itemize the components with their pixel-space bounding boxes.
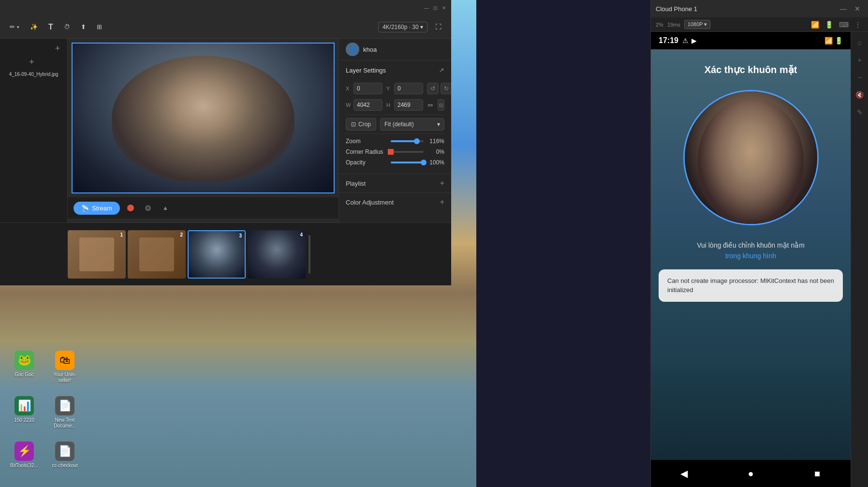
nav-recent-button[interactable]: ■ [805,461,829,486]
phone-minimize-button[interactable]: — [837,4,850,14]
left-sidebar: + + 4_16-09-40_Hybrid.jpg [0,39,68,222]
playlist-section-toggle[interactable]: Playlist + [339,174,451,192]
link-dimensions-button[interactable]: ⇔ [427,99,434,111]
settings-button[interactable]: ⚙ [141,201,155,215]
nav-home-icon: ● [748,468,753,479]
stream-label: Stream [92,205,112,212]
thumb-1-num: 1 [120,232,123,237]
sidebar-file-item[interactable]: 4_16-09-40_Hybrid.jpg [5,70,63,79]
unin-seller-label: Your Unin-seller! [48,372,81,384]
h-label: H [386,102,392,108]
phone-wifi-button[interactable]: 📶 [809,20,821,30]
excel-icon: 📊 [15,396,34,415]
x-input[interactable] [353,83,383,94]
timer-tool-button[interactable]: ⏱ [60,21,74,32]
main-content: + + 4_16-09-40_Hybrid.jpg 📡 Stream [0,39,451,222]
restore-button[interactable]: ⊡ [432,4,439,11]
alert-icon: ⚠ [682,37,689,44]
thumb-3-num: 3 [239,233,242,238]
minimize-button[interactable]: — [423,4,430,11]
desktop-icon-new-text[interactable]: 📄 New Text Docume... [45,393,84,437]
w-label: W [346,102,352,108]
thumbnail-2[interactable]: 2 [128,230,186,279]
record-button[interactable] [124,201,137,215]
record-dot-icon [127,205,134,211]
expand-button[interactable]: ⛶ [431,21,445,32]
canvas-image-content [73,44,334,192]
face-circle [683,90,819,225]
resolution-button[interactable]: 1080P ▾ [684,20,711,29]
playlist-add-button[interactable]: + [440,179,444,188]
side-home-button[interactable]: ⌂ [853,36,867,49]
instruction-line2: trong khung hình [725,252,776,260]
face-head-shape [698,98,804,224]
zoom-slider-fill [391,140,417,142]
fit-button[interactable]: ⊡ [438,99,444,111]
desktop-icon-goc-goc[interactable]: 🐸 Goc Goc [5,348,44,391]
thumbnail-1[interactable]: 1 [68,230,126,279]
play-icon: ▶ [691,37,697,44]
thumb-2-num: 2 [180,232,183,237]
resolution-selector[interactable]: 4K/2160p · 30 ▾ [378,22,427,32]
phone-keyboard-button[interactable]: ⌨ [837,20,851,30]
corner-radius-slider-row: Corner Radius 0% [346,148,444,155]
desktop-icon-bittools[interactable]: ⚡ BitTools(32... [5,439,44,482]
fit-selector[interactable]: Fit (default) ▾ [380,118,444,131]
nav-back-button[interactable]: ◀ [672,461,696,486]
phone-close-button[interactable]: ✕ [852,4,863,14]
close-button[interactable]: ✕ [441,4,447,11]
desktop-icon-cc-checkout[interactable]: 📄 cc-checkout [45,439,84,482]
color-adjustment-section-toggle[interactable]: Color Adjustment + [339,192,451,211]
text-tool-button[interactable]: T [44,21,57,33]
toolbar: ✏ ▾ ✨ T ⏱ ⬆ ⊞ 4K/2160p · 30 ▾ ⛶ [0,15,451,39]
sidebar-add-button-2[interactable]: + [26,56,38,68]
thumb-4-bg [248,230,306,279]
phone-nav-bar: ◀ ● ■ [651,460,851,487]
collapse-button[interactable]: ▲ [159,201,172,215]
opacity-slider-track[interactable] [391,162,424,163]
new-text-icon: 📄 [55,396,74,415]
zoom-slider-thumb [414,138,420,144]
panel-title: Layer Settings [346,67,386,74]
nav-recent-icon: ■ [814,468,820,479]
thumbnail-4[interactable]: 4 [248,230,306,279]
sidebar-add-button[interactable]: + [52,43,63,54]
phone-toolbar: 2% 19ms 1080P ▾ 📶 🔋 ⌨ ⋮ [651,17,868,32]
magic-tool-button[interactable]: ✨ [26,21,42,32]
panel-header: Layer Settings ↗ [339,60,451,78]
new-text-label: New Text Docume... [48,417,81,429]
face-photo-bg [73,44,334,192]
corner-radius-zero-thumb [388,149,394,155]
brush-tool-button[interactable]: ✏ ▾ [6,21,23,32]
upload-tool-button[interactable]: ⬆ [77,21,90,32]
rotate-right-button[interactable]: ↻ [441,83,451,94]
face-circle-inner [685,91,817,224]
side-extra-button[interactable]: ✎ [853,105,867,119]
side-vol-up-button[interactable]: + [853,53,867,67]
y-input[interactable] [394,83,423,94]
status-time: 17:19 [659,36,678,45]
w-input-group: W [346,99,383,111]
w-input[interactable] [353,99,383,111]
phone-more-button[interactable]: ⋮ [853,20,863,30]
rotate-left-button[interactable]: ↺ [427,83,439,94]
crop-button[interactable]: ⊡ Crop [346,118,376,131]
corner-radius-slider-track[interactable] [391,151,424,153]
brush-chevron: ▾ [17,25,19,30]
phone-battery-button[interactable]: 🔋 [823,20,835,30]
grid-tool-button[interactable]: ⊞ [93,21,106,32]
h-input[interactable] [394,99,423,111]
desktop-icon-excel[interactable]: 📊 150 2210 [5,393,44,437]
text-icon: T [48,23,53,31]
nav-home-button[interactable]: ● [738,461,763,486]
stream-button[interactable]: 📡 Stream [74,202,120,215]
color-adjustment-add-button[interactable]: + [440,198,444,207]
thumbnail-3[interactable]: 3 [188,230,246,279]
desktop-icon-unin-seller[interactable]: 🛍 Your Unin-seller! [45,348,84,391]
side-mute-button[interactable]: 🔇 [853,88,867,102]
bittools-label: BitTools(32... [10,463,38,469]
phone-status-bar: 17:19 ⚠ ▶ 📶 🔋 [651,32,851,49]
zoom-slider-track[interactable] [391,140,424,142]
panel-export-button[interactable]: ↗ [439,66,444,74]
side-vol-down-button[interactable]: − [853,71,867,84]
